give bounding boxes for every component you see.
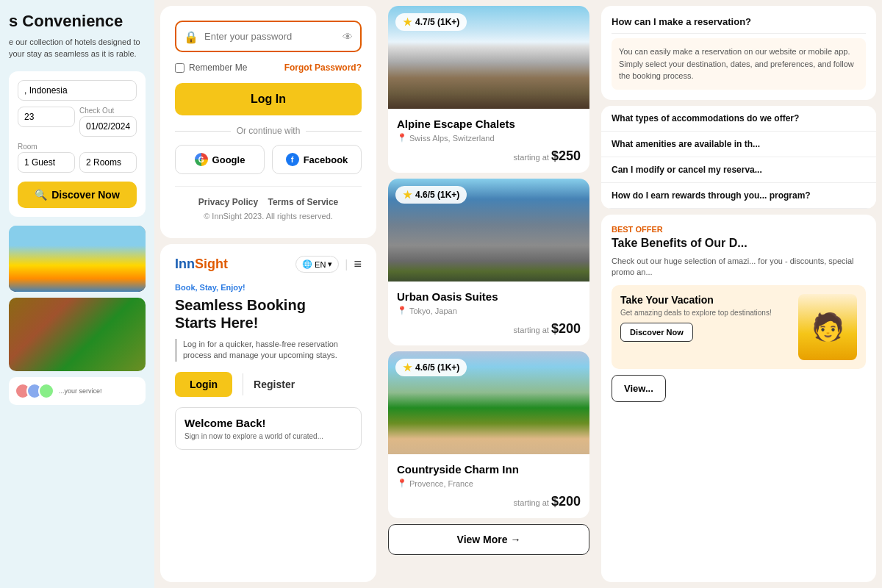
checkin-col: 23	[18, 107, 75, 137]
alpine-hotel-location: 📍 Swiss Alps, Switzerland	[397, 133, 581, 143]
welcome-title: Welcome Back!	[184, 417, 352, 429]
search-icon: 🔍	[35, 189, 47, 201]
urban-price-label: starting at	[514, 326, 549, 334]
alpine-hotel-name: Alpine Escape Chalets	[397, 118, 581, 130]
guests-select[interactable]: 1 Guest	[18, 152, 75, 173]
room-label: Room	[18, 143, 75, 151]
rooms-select[interactable]: 2 Rooms	[79, 152, 137, 173]
hotel-image-1	[9, 226, 146, 292]
checkin-select[interactable]: 23	[18, 107, 75, 127]
view-more-label: View...	[624, 383, 653, 394]
column-3: ★ 4.7/5 (1K+) Alpine Escape Chalets 📍 Sw…	[382, 0, 595, 588]
login-button[interactable]: Log In	[175, 83, 362, 115]
privacy-policy-link[interactable]: Privacy Policy	[198, 197, 258, 207]
login-panel: 🔒 👁 Remember Me Forgot Password? Log In …	[160, 6, 376, 238]
pin-icon: 📍	[397, 306, 407, 315]
alpine-rating: 4.7/5 (1K+)	[415, 17, 459, 27]
faq-item-4[interactable]: How do I earn rewards through you... pro…	[601, 183, 876, 209]
faq-main-answer: You can easily make a reservation on our…	[612, 38, 866, 90]
google-icon: G	[195, 153, 208, 166]
pin-icon: 📍	[397, 133, 407, 143]
innsight-register-button[interactable]: Register	[254, 379, 295, 390]
checkout-label: Check Out	[79, 107, 137, 115]
room-count-col: 2 Rooms	[79, 143, 137, 173]
logo-part1: Inn	[175, 257, 195, 271]
col1-desc: e our collection of hotels designed to y…	[9, 37, 146, 60]
faq-item-1[interactable]: What types of accommodations do we offer…	[601, 106, 876, 132]
star-icon: ★	[403, 362, 412, 373]
avatar	[38, 383, 54, 399]
best-offer-desc: Check out our huge selection of amazi...…	[612, 256, 866, 279]
faq-item-2[interactable]: What amenities are available in th...	[601, 132, 876, 157]
rating-badge-countryside: ★ 4.6/5 (1K+)	[395, 359, 467, 376]
room-row: Room 1 Guest 2 Rooms	[18, 143, 137, 173]
checkout-col: Check Out 01/02/2024	[79, 107, 137, 137]
urban-hotel-image: ★ 4.6/5 (1K+)	[388, 179, 589, 282]
location-dropdown-row: , Indonesia	[18, 80, 137, 101]
view-more-offer-button[interactable]: View...	[612, 375, 666, 402]
urban-hotel-info: Urban Oasis Suites 📍 Tokyo, Japan starti…	[388, 282, 589, 345]
offer-discover-button[interactable]: Discover Now	[620, 323, 693, 342]
best-offer-section: BEST OFFER Take Benefits of Our D... Che…	[601, 215, 876, 583]
language-selector[interactable]: 🌐 EN ▾	[295, 256, 339, 273]
alpine-price-label: starting at	[514, 153, 549, 162]
checkout-select[interactable]: 01/02/2024	[79, 116, 137, 137]
rating-badge-urban: ★ 4.6/5 (1K+)	[395, 186, 467, 204]
hotel-card-alpine: ★ 4.7/5 (1K+) Alpine Escape Chalets 📍 Sw…	[388, 6, 589, 173]
booking-card: , Indonesia 23 Check Out 01/02/2024 Room…	[9, 71, 146, 217]
view-more-hotels-button[interactable]: View More →	[388, 524, 589, 555]
urban-price-row: starting at $200	[397, 321, 581, 337]
discover-btn-label: Discover Now	[51, 189, 120, 201]
social-buttons: G Google f Facebook	[175, 145, 362, 174]
pin-icon: 📍	[397, 478, 407, 488]
star-icon: ★	[403, 16, 412, 28]
footer-links: Privacy Policy Terms of Service	[175, 197, 362, 207]
discover-now-button[interactable]: 🔍 Discover Now	[18, 182, 137, 208]
panel-footer: Privacy Policy Terms of Service © InnSig…	[175, 186, 362, 223]
innsight-logo: InnSight	[175, 257, 228, 272]
innsight-heading: Seamless Booking Starts Here!	[175, 296, 362, 331]
hotel-card-urban: ★ 4.6/5 (1K+) Urban Oasis Suites 📍 Tokyo…	[388, 179, 589, 345]
innsight-header: InnSight 🌐 EN ▾ | ≡	[175, 256, 362, 273]
room-label-col: Room 1 Guest	[18, 143, 75, 173]
innsight-sub: Log in for a quicker, hassle-free reserv…	[175, 339, 362, 362]
location-select[interactable]: , Indonesia	[18, 80, 137, 101]
alpine-price: $250	[551, 148, 581, 163]
auth-divider	[243, 373, 243, 395]
countryside-hotel-location: 📍 Provence, France	[397, 478, 581, 488]
hamburger-menu-button[interactable]: ≡	[354, 257, 362, 272]
column-2: 🔒 👁 Remember Me Forgot Password? Log In …	[154, 0, 382, 588]
column-1: s Convenience e our collection of hotels…	[0, 0, 154, 588]
faq-list: What types of accommodations do we offer…	[601, 106, 876, 209]
copyright-text: © InnSight 2023. All rights reserved.	[175, 212, 362, 220]
hotel-card-countryside: ★ 4.6/5 (1K+) Countryside Charm Inn 📍 Pr…	[388, 351, 589, 518]
offer-card: Take Your Vacation Get amazing deals to …	[612, 285, 866, 369]
password-input[interactable]	[175, 21, 362, 52]
facebook-label: Facebook	[304, 154, 348, 165]
innsight-login-button[interactable]: Login	[175, 372, 232, 397]
eye-icon[interactable]: 👁	[343, 31, 353, 43]
remember-me-text: Remember Me	[189, 62, 247, 73]
terms-of-service-link[interactable]: Terms of Service	[268, 197, 338, 207]
offer-card-sub: Get amazing deals to explore top destina…	[620, 309, 791, 317]
rating-badge-alpine: ★ 4.7/5 (1K+)	[395, 13, 467, 31]
remember-checkbox[interactable]	[175, 63, 184, 73]
faq-item-3[interactable]: Can I modify or cancel my reserva...	[601, 157, 876, 183]
social-proof: ...your service!	[9, 377, 146, 405]
alpine-price-row: starting at $250	[397, 148, 581, 164]
column-4: How can I make a reservation? You can ea…	[595, 0, 882, 588]
avatar-group	[15, 383, 54, 399]
welcome-box: Welcome Back! Sign in now to explore a w…	[175, 407, 362, 450]
alpine-hotel-info: Alpine Escape Chalets 📍 Swiss Alps, Swit…	[388, 109, 589, 173]
remember-me-label: Remember Me	[175, 62, 247, 73]
countryside-hotel-info: Countryside Charm Inn 📍 Provence, France…	[388, 454, 589, 518]
countryside-price: $200	[551, 494, 581, 509]
password-field-wrap: 🔒 👁	[175, 21, 362, 52]
google-button[interactable]: G Google	[175, 145, 265, 174]
offer-card-text: Take Your Vacation Get amazing deals to …	[620, 294, 791, 342]
facebook-button[interactable]: f Facebook	[272, 145, 362, 174]
forgot-password-link[interactable]: Forgot Password?	[284, 62, 362, 73]
welcome-sub: Sign in now to explore a world of curate…	[184, 432, 352, 440]
urban-hotel-location: 📍 Tokyo, Japan	[397, 306, 581, 315]
social-proof-text: ...your service!	[59, 387, 102, 395]
